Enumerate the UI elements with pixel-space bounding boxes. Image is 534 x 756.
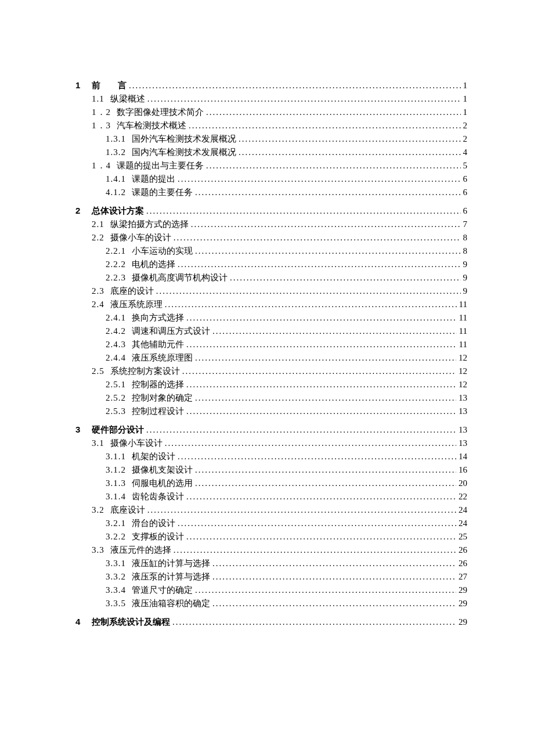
toc-entry-title: 电机的选择 xyxy=(132,258,175,271)
toc-entry-title: 纵梁概述 xyxy=(110,92,145,106)
toc-entry-number: 1.4.1 xyxy=(106,172,126,186)
toc-page-number: 8 xyxy=(463,231,468,244)
toc-page-number: 12 xyxy=(459,365,467,378)
toc-entry-number: 1．2 xyxy=(92,106,111,119)
toc-leader xyxy=(178,450,456,463)
toc-leader xyxy=(206,106,461,119)
toc-entry-subsection: 2.2.2电机的选择9 xyxy=(75,258,467,271)
toc-entry-subsection: 3.3.2液压泵的计算与选择27 xyxy=(75,570,467,584)
toc-entry-section: 1．3汽车检测技术概述2 xyxy=(75,119,467,132)
toc-entry-subsection: 3.1.2摄像机支架设计16 xyxy=(75,463,467,477)
toc-entry-number: 1．4 xyxy=(92,159,111,172)
toc-entry-title: 课题的提出与主要任务 xyxy=(117,159,204,172)
toc-entry-number: 3.2 xyxy=(92,503,104,517)
toc-leader xyxy=(195,351,456,365)
toc-entry-title: 摄像小车设计 xyxy=(110,437,163,450)
toc-leader xyxy=(206,159,461,172)
toc-entry-title: 国内汽车检测技术发展概况 xyxy=(132,146,236,159)
toc-entry-number: 3.3.5 xyxy=(106,597,126,610)
toc-entry-subsection: 3.2.1滑台的设计24 xyxy=(75,517,467,530)
toc-chapter-number: 2 xyxy=(75,204,92,217)
toc-leader xyxy=(212,325,457,338)
toc-entry-subsection: 2.5.1控制器的选择12 xyxy=(75,378,467,391)
toc-leader xyxy=(174,543,456,557)
toc-entry-title: 摄像机高度调节机构设计 xyxy=(132,271,228,285)
toc-page-number: 1 xyxy=(463,92,468,106)
toc-leader xyxy=(195,391,456,405)
toc-entry-title: 机架的设计 xyxy=(132,450,175,463)
toc-leader xyxy=(165,298,457,311)
toc-entry-section: 2.5系统控制方案设计12 xyxy=(75,365,467,378)
toc-entry-chapter: 3硬件部分设计13 xyxy=(75,423,467,437)
toc-entry-title: 液压缸的计算与选择 xyxy=(132,557,210,570)
toc-leader xyxy=(212,557,456,570)
toc-leader xyxy=(172,615,456,629)
toc-page-number: 26 xyxy=(459,543,467,557)
toc-page-number: 6 xyxy=(463,186,468,199)
toc-entry-title: 控制对象的确定 xyxy=(132,391,193,405)
toc-leader xyxy=(239,146,461,159)
toc-entry-title: 底座的设计 xyxy=(110,285,154,298)
toc-entry-subsection: 2.5.3控制过程设计13 xyxy=(75,405,467,418)
toc-group: 2总体设计方案62.1纵梁拍摄方式的选择72.2摄像小车的设计82.2.1小车运… xyxy=(75,204,467,418)
toc-page-number: 13 xyxy=(459,437,467,450)
toc-page-number: 27 xyxy=(459,570,467,584)
toc-entry-section: 2.3底座的设计9 xyxy=(75,285,467,298)
toc-entry-title: 汽车检测技术概述 xyxy=(117,119,186,132)
toc-entry-number: 2.4.4 xyxy=(106,351,126,365)
toc-entry-title: 液压元件的选择 xyxy=(110,543,171,557)
toc-entry-chapter: 4控制系统设计及编程29 xyxy=(75,615,467,629)
toc-leader xyxy=(178,258,461,271)
toc-entry-section: 3.2底座设计24 xyxy=(75,503,467,517)
toc-page-number: 4 xyxy=(463,146,468,159)
toc-entry-number: 2.4 xyxy=(92,298,104,311)
toc-entry-title: 液压油箱容积的确定 xyxy=(132,597,210,610)
toc-entry-title: 控制器的选择 xyxy=(132,378,184,391)
toc-leader xyxy=(195,244,461,258)
toc-leader xyxy=(178,172,461,186)
toc-chapter-number: 3 xyxy=(75,423,92,436)
toc-page-number: 2 xyxy=(463,132,468,146)
toc-entry-number: 3.2.1 xyxy=(106,517,126,530)
toc-page-number: 1 xyxy=(463,106,468,119)
toc-entry-number: 2.2.1 xyxy=(106,244,126,258)
toc-entry-subsection: 3.1.3伺服电机的选用20 xyxy=(75,477,467,490)
toc-entry-number: 3.3 xyxy=(92,543,104,557)
toc-entry-number: 2.5 xyxy=(92,365,104,378)
toc-entry-number: 2.3 xyxy=(92,285,104,298)
toc-entry-title: 控制过程设计 xyxy=(132,405,184,418)
toc-entry-number: 2.5.2 xyxy=(106,391,126,405)
toc-page-number: 2 xyxy=(463,119,468,132)
toc-entry-title: 国外汽车检测技术发展概况 xyxy=(132,132,236,146)
toc-entry-number: 2.4.2 xyxy=(106,325,126,338)
toc-entry-section: 1．2数字图像处理技术简介1 xyxy=(75,106,467,119)
toc-entry-section: 2.2摄像小车的设计8 xyxy=(75,231,467,244)
toc-page-number: 11 xyxy=(459,311,467,325)
toc-entry-number: 3.1.4 xyxy=(106,490,126,503)
toc-page-number: 24 xyxy=(459,517,467,530)
toc-entry-number: 1.3.1 xyxy=(106,132,126,146)
toc-entry-title: 数字图像处理技术简介 xyxy=(117,106,204,119)
toc-entry-subsection: 2.4.2调速和调压方式设计11 xyxy=(75,325,467,338)
toc-entry-number: 3.3.4 xyxy=(106,584,126,597)
toc-entry-title: 滑台的设计 xyxy=(132,517,175,530)
toc-leader xyxy=(186,490,456,503)
toc-entry-section: 3.1摄像小车设计13 xyxy=(75,437,467,450)
toc-entry-subsection: 3.1.1机架的设计14 xyxy=(75,450,467,463)
toc-leader xyxy=(186,530,456,543)
toc-page: 1前 言11.1纵梁概述11．2数字图像处理技术简介11．3汽车检测技术概述21… xyxy=(0,0,534,692)
toc-leader xyxy=(212,570,456,584)
toc-page-number: 13 xyxy=(459,405,467,418)
toc-entry-number: 3.1.3 xyxy=(106,477,126,490)
toc-leader xyxy=(186,405,456,418)
toc-page-number: 6 xyxy=(463,172,468,186)
toc-entry-title: 纵梁拍摄方式的选择 xyxy=(110,218,189,231)
toc-group: 4控制系统设计及编程29 xyxy=(75,615,467,629)
toc-leader xyxy=(195,186,461,199)
toc-entry-section: 2.1纵梁拍摄方式的选择7 xyxy=(75,218,467,231)
toc-entry-title: 课题的提出 xyxy=(132,172,175,186)
toc-entry-number: 2.1 xyxy=(92,218,104,231)
toc-page-number: 7 xyxy=(463,218,468,231)
toc-entry-number: 2.4.1 xyxy=(106,311,126,325)
toc-entry-title: 齿轮齿条设计 xyxy=(132,490,184,503)
